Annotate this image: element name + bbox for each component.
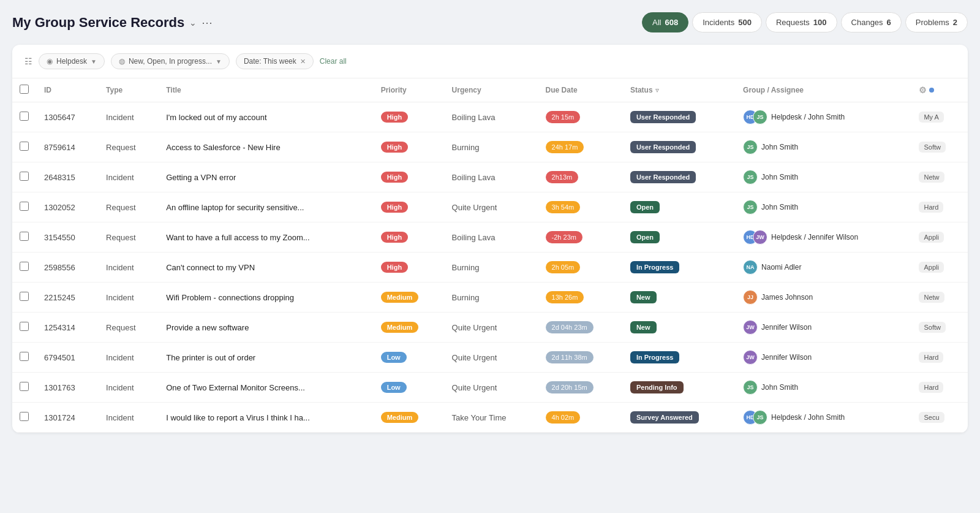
- select-all-checkbox[interactable]: [20, 85, 29, 94]
- priority-badge: High: [381, 172, 408, 183]
- row-checkbox-cell: [12, 343, 37, 373]
- tag-badge: My A: [919, 112, 943, 123]
- more-options-icon[interactable]: ⋯: [202, 16, 213, 29]
- row-checkbox[interactable]: [20, 112, 29, 121]
- table-row[interactable]: 2215245 Incident Wifi Problem - connecti…: [12, 283, 968, 313]
- row-checkbox[interactable]: [20, 262, 29, 271]
- row-checkbox[interactable]: [20, 292, 29, 301]
- row-status: User Responded: [623, 162, 736, 192]
- tab-problems[interactable]: Problems 2: [905, 12, 968, 32]
- avatar: JS: [743, 170, 758, 184]
- row-type: Incident: [99, 403, 159, 433]
- table-row[interactable]: 1302052 Request An offline laptop for se…: [12, 192, 968, 222]
- tab-problems-label: Problems: [916, 18, 949, 27]
- tag-badge: Softw: [919, 142, 946, 153]
- row-type: Incident: [99, 283, 159, 313]
- page-header: My Group Service Records ⌄ ⋯ All 608 Inc…: [12, 12, 968, 32]
- row-due-date: 2h13m: [538, 162, 623, 192]
- assignee-name: Helpdesk / John Smith: [771, 413, 845, 422]
- row-type: Incident: [99, 253, 159, 283]
- avatar: JW: [753, 230, 767, 245]
- table-row[interactable]: 2648315 Incident Getting a VPN error Hig…: [12, 162, 968, 192]
- row-checkbox-cell: [12, 132, 37, 162]
- row-id: 6794501: [37, 343, 99, 373]
- row-due-date: 2d 20h 15m: [538, 373, 623, 403]
- status-filter[interactable]: ◍ New, Open, In progress... ▼: [111, 53, 230, 69]
- date-filter[interactable]: Date: This week ✕: [236, 53, 314, 69]
- tab-requests[interactable]: Requests 100: [766, 12, 837, 32]
- assignee-name: Jennifer Wilson: [761, 353, 812, 362]
- row-assignee: JS John Smith: [736, 192, 911, 222]
- row-title: The printer is out of order: [159, 343, 373, 373]
- col-assignee: Group / Assignee: [736, 78, 911, 102]
- row-checkbox[interactable]: [20, 382, 29, 391]
- status-sort-icon[interactable]: ▿: [655, 86, 659, 94]
- row-checkbox-cell: [12, 403, 37, 433]
- tab-changes[interactable]: Changes 6: [841, 12, 902, 32]
- row-assignee: HD JS Helpdesk / John Smith: [736, 403, 911, 433]
- row-due-date: 13h 26m: [538, 283, 623, 313]
- helpdesk-filter[interactable]: ◉ Helpdesk ▼: [39, 53, 105, 69]
- table-row[interactable]: 3154550 Request Want to have a full acce…: [12, 222, 968, 253]
- tab-all[interactable]: All 608: [642, 12, 688, 32]
- row-priority: High: [374, 162, 445, 192]
- chevron-down-icon[interactable]: ⌄: [189, 18, 197, 28]
- date-filter-close-icon[interactable]: ✕: [300, 58, 306, 66]
- row-due-date: 4h 02m: [538, 403, 623, 433]
- status-badge: In Progress: [630, 351, 680, 363]
- row-checkbox[interactable]: [20, 232, 29, 241]
- filter-icon[interactable]: ☷: [24, 56, 32, 66]
- row-checkbox-cell: [12, 222, 37, 253]
- row-checkbox[interactable]: [20, 172, 29, 181]
- row-checkbox-cell: [12, 283, 37, 313]
- row-priority: High: [374, 192, 445, 222]
- row-tag: Hard: [911, 373, 968, 403]
- row-id: 1301763: [37, 373, 99, 403]
- row-urgency: Burning: [445, 132, 538, 162]
- due-date-badge: 2h13m: [546, 171, 579, 183]
- table-row[interactable]: 1301763 Incident One of Two External Mon…: [12, 373, 968, 403]
- table-row[interactable]: 1305647 Incident I'm locked out of my ac…: [12, 102, 968, 132]
- row-status: User Responded: [623, 132, 736, 162]
- due-date-badge: 3h 54m: [546, 201, 581, 213]
- row-id: 1254314: [37, 313, 99, 343]
- row-id: 3154550: [37, 222, 99, 253]
- assignee-name: Naomi Adler: [761, 263, 801, 272]
- avatar: JS: [753, 410, 767, 425]
- table-row[interactable]: 1254314 Request Provide a new software M…: [12, 313, 968, 343]
- row-checkbox[interactable]: [20, 202, 29, 211]
- row-checkbox[interactable]: [20, 322, 29, 331]
- row-checkbox[interactable]: [20, 352, 29, 361]
- row-assignee: JW Jennifer Wilson: [736, 313, 911, 343]
- assignee-name: John Smith: [761, 383, 798, 392]
- row-checkbox-cell: [12, 102, 37, 132]
- priority-badge: Medium: [381, 412, 419, 423]
- tab-incidents[interactable]: Incidents 500: [692, 12, 762, 32]
- row-status: In Progress: [623, 343, 736, 373]
- helpdesk-chevron-icon: ▼: [91, 58, 97, 65]
- row-checkbox[interactable]: [20, 412, 29, 421]
- table-row[interactable]: 2598556 Incident Can't connect to my VPN…: [12, 253, 968, 283]
- table-row[interactable]: 6794501 Incident The printer is out of o…: [12, 343, 968, 373]
- tab-all-label: All: [652, 18, 661, 27]
- row-due-date: 2h 05m: [538, 253, 623, 283]
- status-badge: Open: [630, 231, 660, 243]
- tag-badge: Netw: [919, 172, 944, 183]
- tab-requests-label: Requests: [776, 18, 810, 27]
- status-badge: User Responded: [630, 111, 696, 123]
- tab-incidents-label: Incidents: [703, 18, 734, 27]
- row-priority: High: [374, 132, 445, 162]
- avatar: JS: [743, 200, 758, 215]
- clear-all-button[interactable]: Clear all: [320, 57, 347, 66]
- table-row[interactable]: 8759614 Request Access to Salesforce - N…: [12, 132, 968, 162]
- row-checkbox[interactable]: [20, 142, 29, 151]
- assignee-name: Jennifer Wilson: [761, 323, 812, 332]
- col-priority: Priority: [374, 78, 445, 102]
- status-badge: Open: [630, 201, 660, 213]
- row-tag: Hard: [911, 192, 968, 222]
- table-row[interactable]: 1301724 Incident I would like to report …: [12, 403, 968, 433]
- tag-badge: Hard: [919, 202, 943, 213]
- column-settings-icon[interactable]: ⚙: [919, 85, 927, 95]
- row-checkbox-cell: [12, 313, 37, 343]
- avatar: JW: [743, 350, 758, 365]
